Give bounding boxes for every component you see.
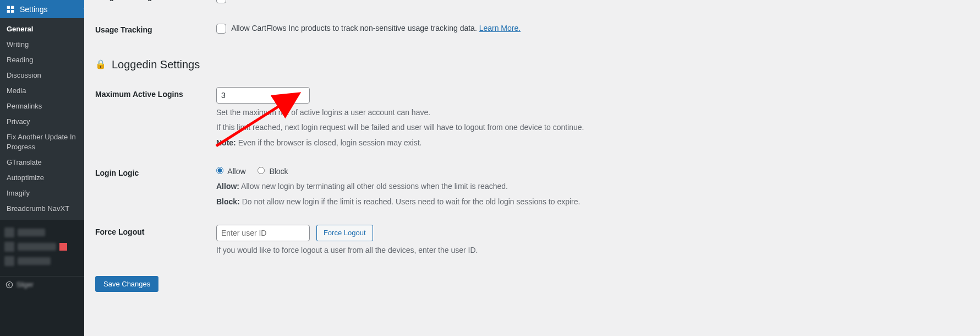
max-logins-desc2: If this limit reached, next login reques… (216, 122, 963, 134)
settings-content: Usage Tracking Allow Brainstorm Force pr… (84, 0, 980, 336)
sidebar-item-obscured[interactable] (4, 242, 80, 252)
sidebar-menu-label: Settings (20, 5, 48, 14)
allow-desc: Allow: Allow new login by terminating al… (216, 181, 963, 193)
sidebar-item-reading[interactable]: Reading (0, 52, 84, 68)
force-logout-desc: If you would like to force logout a user… (216, 245, 963, 257)
force-logout-label: Force Logout (95, 227, 144, 236)
block-desc: Block: Do not allow new login if the lim… (216, 196, 963, 208)
block-radio-label: Block (269, 167, 288, 176)
block-desc-text: Do not allow new login if the limit is r… (240, 197, 581, 206)
usage-tracking-bsf-checkbox[interactable] (216, 0, 226, 3)
sidebar-item-autoptimize[interactable]: Autoptimize (0, 170, 84, 186)
allow-radio-label: Allow (227, 167, 245, 176)
force-logout-userid-input[interactable] (216, 225, 310, 241)
settings-icon (6, 4, 15, 14)
update-badge-icon (59, 243, 67, 251)
usage-tracking-label-bsf: Usage Tracking (95, 0, 152, 1)
usage-tracking-text: Allow CartFlows Inc products to track no… (231, 24, 479, 32)
block-desc-label: Block: (216, 197, 240, 206)
sidebar-menu-settings[interactable]: Settings (0, 0, 84, 18)
sidebar-item-discussion[interactable]: Discussion (0, 68, 84, 83)
section-title-text: Loggedin Settings (112, 56, 200, 73)
sidebar-item-breadcrumb[interactable]: Breadcrumb NavXT (0, 201, 84, 216)
max-logins-desc3: Note: Even if the browser is closed, log… (216, 137, 963, 149)
sidebar-item-gtranslate[interactable]: GTranslate (0, 155, 84, 170)
note-label: Note: (216, 138, 236, 147)
max-logins-desc1: Set the maximum no. of active logins a u… (216, 107, 963, 119)
login-logic-allow-option[interactable]: Allow (216, 167, 248, 176)
usage-tracking-checkbox[interactable] (216, 24, 226, 34)
admin-sidebar: Settings General Writing Reading Discuss… (0, 0, 84, 336)
note-text: Even if the browser is closed, login ses… (236, 138, 422, 147)
sidebar-item-obscured[interactable] (4, 256, 80, 266)
sidebar-item-media[interactable]: Media (0, 83, 84, 99)
sidebar-obscured-items (0, 220, 84, 274)
usage-tracking-label: Usage Tracking (95, 25, 152, 34)
collapse-icon (6, 281, 13, 289)
sidebar-item-obscured[interactable] (4, 227, 80, 237)
login-logic-label: Login Logic (95, 169, 139, 177)
sidebar-item-general[interactable]: General (0, 21, 84, 37)
sidebar-collapse-button[interactable]: Sliger (0, 276, 84, 293)
sidebar-item-permalinks[interactable]: Permalinks (0, 99, 84, 114)
login-logic-block-option[interactable]: Block (258, 167, 288, 176)
login-logic-allow-radio[interactable] (216, 167, 223, 174)
login-logic-block-radio[interactable] (258, 167, 265, 174)
sidebar-collapse-label: Sliger (17, 281, 34, 289)
sidebar-item-imagify[interactable]: Imagify (0, 186, 84, 201)
allow-desc-label: Allow: (216, 182, 239, 191)
lock-icon: 🔒 (95, 58, 106, 72)
allow-desc-text: Allow new login by terminating all other… (239, 182, 508, 191)
svg-point-0 (6, 281, 12, 288)
sidebar-item-fix-update[interactable]: Fix Another Update In Progress (0, 129, 84, 155)
save-changes-button[interactable]: Save Changes (95, 276, 158, 292)
sidebar-submenu: General Writing Reading Discussion Media… (0, 18, 84, 220)
learn-more-link[interactable]: Learn More. (479, 24, 521, 32)
loggedin-settings-heading: 🔒 Loggedin Settings (95, 45, 969, 79)
max-active-logins-label: Maximum Active Logins (95, 90, 183, 99)
force-logout-button[interactable]: Force Logout (316, 225, 373, 241)
sidebar-item-privacy[interactable]: Privacy (0, 114, 84, 129)
max-active-logins-input[interactable] (216, 87, 310, 104)
sidebar-item-writing[interactable]: Writing (0, 37, 84, 52)
